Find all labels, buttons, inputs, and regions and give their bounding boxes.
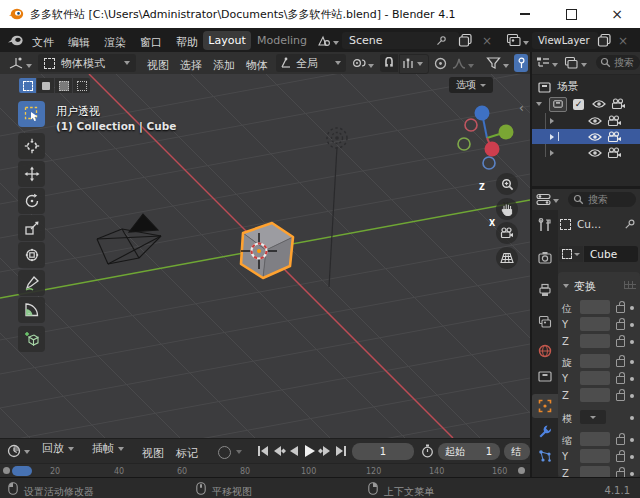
lock-icon[interactable]: [616, 305, 625, 313]
transform-row[interactable]: Y: [558, 371, 640, 385]
collection-expand-icon[interactable]: [536, 102, 542, 106]
animate-dot[interactable]: [630, 323, 634, 327]
timeline-editor-chevron-icon[interactable]: [24, 450, 30, 454]
options-dropdown[interactable]: 选项: [449, 77, 493, 93]
frame-end-field[interactable]: 结: [504, 443, 530, 460]
select-mode-subtract[interactable]: [55, 78, 72, 93]
scene-type-icon[interactable]: [317, 34, 331, 47]
current-frame-field[interactable]: 1: [352, 443, 414, 460]
proportional-edit-icon[interactable]: [434, 57, 447, 70]
autokey-toggle[interactable]: [218, 446, 231, 459]
pivot-point-icon[interactable]: [352, 57, 366, 70]
lock-icon[interactable]: [616, 339, 625, 347]
animate-dot[interactable]: [630, 416, 634, 420]
transform-panel-title[interactable]: 变换: [574, 279, 596, 294]
collapse-sidebar-icon[interactable]: ‹: [519, 101, 524, 115]
editor-type-icon[interactable]: [8, 56, 24, 70]
jump-to-start-button[interactable]: [256, 445, 270, 457]
tab-world-icon[interactable]: [538, 344, 552, 358]
outliner-display-mode-icon[interactable]: [536, 56, 550, 69]
eye-icon[interactable]: [588, 132, 602, 142]
tab-render-icon[interactable]: [538, 251, 552, 265]
scrubber-handle-left[interactable]: [3, 467, 10, 474]
tab-output-icon[interactable]: [538, 283, 552, 297]
expand-icon[interactable]: [550, 150, 554, 156]
tab-modeling[interactable]: Modeling: [257, 34, 307, 47]
outliner-mode-chevron-icon[interactable]: [552, 63, 558, 67]
pan-button[interactable]: [496, 198, 518, 220]
transform-row[interactable]: 位: [558, 300, 640, 314]
pin-icon[interactable]: [624, 218, 636, 230]
object-name-field[interactable]: Cube: [584, 246, 638, 262]
outliner-search-field[interactable]: 搜索: [596, 55, 640, 70]
tab-modifiers-icon[interactable]: [538, 424, 552, 438]
editor-type-chevron-icon[interactable]: [26, 64, 32, 68]
tool-select-box[interactable]: [18, 101, 45, 127]
show-gizmo-filter-icon[interactable]: [486, 56, 501, 70]
expand-icon[interactable]: [550, 134, 554, 140]
animate-dot[interactable]: [630, 340, 634, 344]
blender-logo-icon-small[interactable]: [7, 34, 24, 47]
tab-tool-icon[interactable]: [538, 218, 552, 233]
select-mode-extend[interactable]: [37, 78, 54, 93]
animate-dot[interactable]: [630, 306, 634, 310]
animate-dot[interactable]: [630, 438, 634, 442]
transform-row[interactable]: 旋: [558, 354, 640, 368]
viewlayer-chevron-icon[interactable]: [523, 41, 529, 45]
lock-icon[interactable]: [616, 437, 625, 445]
tab-layout[interactable]: Layout: [203, 31, 251, 50]
gizmo-z-label[interactable]: Z: [479, 183, 485, 192]
minimize-button[interactable]: [502, 0, 548, 28]
animate-dot[interactable]: [630, 360, 634, 364]
animate-dot[interactable]: [630, 472, 634, 476]
transform-row[interactable]: Z: [558, 334, 640, 348]
tool-measure[interactable]: [18, 297, 45, 323]
select-mode-intersect[interactable]: [73, 78, 90, 93]
value-field[interactable]: [580, 334, 610, 348]
select-mode-new[interactable]: [19, 78, 36, 93]
lock-icon[interactable]: [616, 322, 625, 330]
outliner-filter-chevron-icon[interactable]: [581, 63, 587, 67]
transform-row[interactable]: Z: [558, 388, 640, 402]
outliner-row-object-3[interactable]: [532, 145, 640, 160]
falloff-curve-icon[interactable]: [452, 58, 466, 69]
properties-search-field[interactable]: 搜索: [568, 192, 636, 207]
lock-icon[interactable]: [616, 359, 625, 367]
overlays-toggle[interactable]: [514, 54, 528, 72]
new-viewlayer-icon[interactable]: [597, 33, 612, 48]
value-field[interactable]: [580, 317, 610, 331]
scene-chevron-icon[interactable]: [333, 41, 339, 45]
outliner-filter-icon[interactable]: [564, 56, 579, 70]
timeline-scrubber[interactable]: 20 40 60 80 100 120 140 160: [0, 463, 530, 478]
tool-annotate[interactable]: [18, 270, 45, 296]
current-frame-marker[interactable]: [12, 466, 32, 476]
tool-scale[interactable]: [18, 215, 45, 241]
menu-help[interactable]: 帮助: [176, 35, 198, 50]
tool-transform[interactable]: [18, 242, 45, 268]
remove-viewlayer-icon[interactable]: ×: [618, 34, 628, 48]
tab-physics-icon[interactable]: [538, 449, 552, 463]
outliner-row-collection[interactable]: ✓: [532, 96, 640, 112]
zoom-button[interactable]: [496, 173, 518, 195]
properties-breadcrumb[interactable]: Cu...: [560, 218, 601, 230]
tab-collection-icon[interactable]: [538, 370, 552, 382]
value-field[interactable]: [580, 300, 610, 314]
timeline-marker-menu[interactable]: 标记: [176, 446, 198, 461]
new-scene-icon[interactable]: [458, 33, 473, 48]
tool-move[interactable]: [18, 161, 45, 187]
tab-viewlayer-icon[interactable]: [538, 315, 552, 329]
gizmo-x-label[interactable]: X: [489, 219, 495, 228]
playback-menu[interactable]: 回放: [42, 443, 74, 454]
play-reverse-button[interactable]: [288, 445, 300, 457]
mode-dropdown[interactable]: 物体模式: [38, 54, 136, 72]
eye-icon[interactable]: [588, 116, 602, 126]
scene-field[interactable]: Scene: [342, 32, 459, 49]
prev-keyframe-button[interactable]: [272, 445, 286, 457]
stopwatch-icon[interactable]: [421, 444, 434, 458]
maximize-button[interactable]: [548, 0, 594, 28]
value-field[interactable]: [580, 354, 610, 368]
eye-icon[interactable]: [588, 148, 602, 158]
scrubber-handle-right[interactable]: [518, 467, 525, 474]
camera-view-button[interactable]: [496, 222, 518, 244]
value-field[interactable]: [580, 388, 610, 402]
